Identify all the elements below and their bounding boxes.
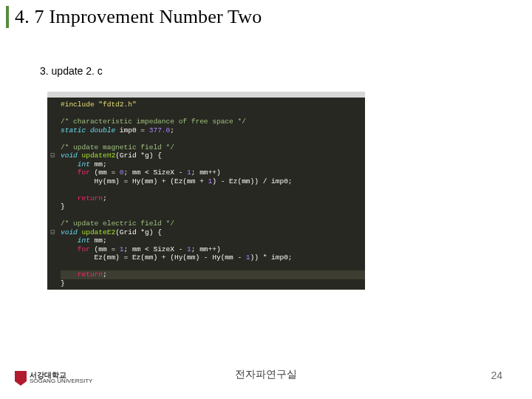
slide-subtitle: 3. update 2. c [40, 65, 103, 77]
code-line: return; [61, 270, 365, 279]
code-line [61, 211, 365, 220]
code-line: for (mm = 1; mm < SizeX - 1; mm++) [61, 245, 365, 254]
code-body: ⊟⊟ #include "fdtd2.h" /* characteristic … [47, 98, 365, 290]
code-line [61, 185, 365, 194]
code-line: } [61, 202, 365, 211]
code-window: ⊟⊟ #include "fdtd2.h" /* characteristic … [47, 92, 365, 290]
code-line: for (mm = 0; mm < SizeX - 1; mm++) [61, 168, 365, 177]
footer-page-number: 24 [491, 369, 502, 381]
code-line [61, 262, 365, 271]
code-line: void updateE2(Grid *g) { [61, 228, 365, 237]
code-lines: #include "fdtd2.h" /* characteristic imp… [61, 100, 365, 287]
code-line: /* update electric field */ [61, 219, 365, 228]
code-line: int mm; [61, 236, 365, 245]
code-line: Ez(mm) = Ez(mm) + (Hy(mm) - Hy(mm - 1)) … [61, 253, 365, 262]
title-accent-bar [6, 6, 9, 28]
code-line: /* update magnetic field */ [61, 143, 365, 152]
code-line: /* characteristic impedance of free spac… [61, 117, 365, 126]
slide: 4. 7 Improvement Number Two 3. update 2.… [0, 0, 532, 399]
code-line: static double imp0 = 377.0; [61, 126, 365, 135]
code-window-titlebar [47, 92, 365, 98]
code-line: return; [61, 194, 365, 203]
code-line: #include "fdtd2.h" [61, 100, 365, 109]
code-line: void updateH2(Grid *g) { [61, 151, 365, 160]
title-block: 4. 7 Improvement Number Two [6, 6, 262, 28]
code-line: int mm; [61, 160, 365, 169]
footer-center-text: 전자파연구실 [0, 368, 532, 381]
code-gutter: ⊟⊟ [47, 100, 58, 304]
slide-title: 4. 7 Improvement Number Two [15, 6, 262, 28]
code-line [61, 134, 365, 143]
code-line: Hy(mm) = Hy(mm) + (Ez(mm + 1) - Ez(mm)) … [61, 177, 365, 186]
code-line: } [61, 279, 365, 288]
code-line [61, 109, 365, 118]
